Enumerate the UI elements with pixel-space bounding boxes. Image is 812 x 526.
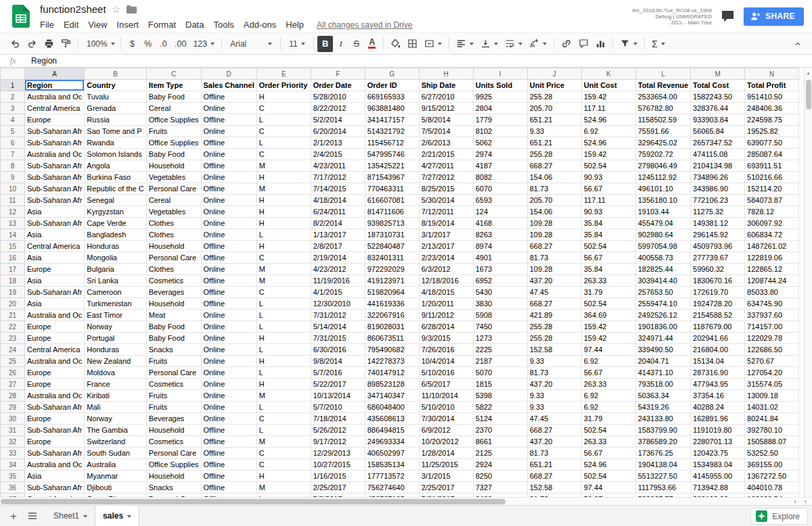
cell-D18[interactable]: Offline — [201, 275, 256, 287]
cell-J13[interactable]: 109.28 — [527, 218, 581, 229]
decrease-decimal-places-button[interactable]: .0 — [156, 36, 171, 52]
cell-G1[interactable]: Order ID — [365, 80, 419, 91]
cell-H36[interactable]: 2/25/2017 — [419, 482, 473, 494]
cell-J8[interactable]: 668.27 — [527, 160, 581, 172]
select-all-corner[interactable] — [1, 68, 25, 80]
cell-M30[interactable]: 162891.96 — [691, 413, 745, 425]
cell-H14[interactable]: 3/1/2017 — [419, 229, 473, 241]
cell-N4[interactable]: 224598.75 — [745, 114, 799, 126]
folder-icon[interactable] — [127, 5, 137, 14]
cell-N14[interactable]: 606834.72 — [745, 229, 799, 241]
cell-L19[interactable]: 257653.50 — [635, 287, 690, 298]
cell-E18[interactable]: M — [256, 275, 311, 287]
cell-N36[interactable]: 404010.78 — [745, 482, 799, 494]
cell-G5[interactable]: 514321792 — [365, 126, 419, 137]
cell-H3[interactable]: 9/15/2012 — [419, 103, 473, 114]
cell-C6[interactable]: Office Supplies — [146, 137, 201, 149]
cell-J5[interactable]: 9.33 — [527, 126, 581, 137]
cell-C7[interactable]: Baby Food — [146, 149, 201, 160]
row-header-31[interactable]: 31 — [1, 425, 25, 436]
cell-H30[interactable]: 7/30/2014 — [419, 413, 473, 425]
cell-K25[interactable]: 6.92 — [581, 356, 635, 367]
cell-D35[interactable]: Offline — [201, 471, 256, 482]
bold-button[interactable]: B — [317, 36, 333, 52]
cell-L32[interactable]: 3786589.20 — [635, 436, 690, 448]
cell-K28[interactable]: 6.92 — [581, 390, 635, 402]
cell-H15[interactable]: 2/13/2017 — [419, 241, 473, 252]
cell-C35[interactable]: Household — [146, 471, 201, 482]
cell-K18[interactable]: 263.33 — [581, 275, 635, 287]
cell-C11[interactable]: Cereal — [146, 195, 201, 206]
cell-L28[interactable]: 50363.34 — [635, 390, 690, 402]
cell-D14[interactable]: Online — [201, 229, 256, 241]
cell-M8[interactable]: 2104134.98 — [691, 160, 745, 172]
cell-B4[interactable]: Russia — [85, 114, 146, 126]
cell-N5[interactable]: 19525.82 — [745, 126, 799, 137]
cell-N33[interactable]: 53252.50 — [745, 448, 799, 459]
cell-J31[interactable]: 668.27 — [527, 425, 581, 436]
cell-B2[interactable]: Tuvalu — [85, 91, 146, 103]
cell-A30[interactable]: Europe — [25, 413, 85, 425]
cell-I12[interactable]: 124 — [473, 206, 527, 218]
cell-A20[interactable]: Asia — [25, 298, 85, 310]
cell-M19[interactable]: 172619.70 — [691, 287, 745, 298]
cell-F29[interactable]: 5/7/2010 — [311, 402, 365, 413]
filter-button[interactable] — [616, 36, 641, 52]
cell-N35[interactable]: 1367272.50 — [745, 471, 799, 482]
cell-M25[interactable]: 15134.04 — [691, 356, 745, 367]
column-header-E[interactable]: E — [256, 68, 311, 80]
cell-D17[interactable]: Online — [201, 264, 256, 275]
cell-D13[interactable]: Online — [201, 218, 256, 229]
cell-J26[interactable]: 81.73 — [527, 367, 581, 379]
cell-J34[interactable]: 651.21 — [527, 459, 581, 471]
cell-N22[interactable]: 714157.00 — [745, 321, 799, 333]
cell-E30[interactable]: C — [256, 413, 311, 425]
cell-B35[interactable]: Myanmar — [85, 471, 146, 482]
vertical-scrollbar[interactable]: ▲ — [804, 68, 812, 497]
cell-I35[interactable]: 8250 — [473, 471, 527, 482]
cell-N27[interactable]: 315574.05 — [745, 379, 799, 390]
cell-K23[interactable]: 159.42 — [581, 333, 635, 344]
row-header-29[interactable]: 29 — [1, 402, 25, 413]
cell-G19[interactable]: 519820964 — [365, 287, 419, 298]
cell-E29[interactable]: L — [256, 402, 311, 413]
cell-E26[interactable]: L — [256, 367, 311, 379]
cell-E28[interactable]: M — [256, 390, 311, 402]
cell-B33[interactable]: South Sudan — [85, 448, 146, 459]
tab-dropdown-caret[interactable] — [127, 515, 131, 518]
cell-H21[interactable]: 9/11/2012 — [419, 310, 473, 321]
cell-B23[interactable]: Portugal — [85, 333, 146, 344]
row-header-11[interactable]: 11 — [1, 195, 25, 206]
cell-D32[interactable]: Offline — [201, 436, 256, 448]
cell-M31[interactable]: 1191019.80 — [691, 425, 745, 436]
cell-N34[interactable]: 369155.00 — [745, 459, 799, 471]
cell-E9[interactable]: H — [256, 172, 311, 183]
cell-M23[interactable]: 202941.66 — [691, 333, 745, 344]
cell-F20[interactable]: 12/30/2010 — [311, 298, 365, 310]
row-header-18[interactable]: 18 — [1, 275, 25, 287]
cell-N30[interactable]: 80241.84 — [745, 413, 799, 425]
row-header-13[interactable]: 13 — [1, 218, 25, 229]
cell-H8[interactable]: 4/27/2011 — [419, 160, 473, 172]
cell-F28[interactable]: 10/13/2014 — [311, 390, 365, 402]
cell-B10[interactable]: Republic of the C — [85, 183, 146, 195]
cell-J27[interactable]: 437.20 — [527, 379, 581, 390]
cell-I4[interactable]: 1779 — [473, 114, 527, 126]
cell-A13[interactable]: Sub-Saharan Afr — [25, 218, 85, 229]
cell-M22[interactable]: 1187679.00 — [691, 321, 745, 333]
cell-L18[interactable]: 3039414.40 — [635, 275, 690, 287]
cell-K12[interactable]: 90.93 — [581, 206, 635, 218]
add-sheet-button[interactable]: + — [4, 510, 23, 522]
cell-G23[interactable]: 860673511 — [365, 333, 419, 344]
cell-N7[interactable]: 285087.64 — [745, 149, 799, 160]
cell-H9[interactable]: 7/27/2012 — [419, 172, 473, 183]
cell-E19[interactable]: C — [256, 287, 311, 298]
cell-B14[interactable]: Bangladesh — [85, 229, 146, 241]
cell-L20[interactable]: 2559474.10 — [635, 298, 690, 310]
cell-I32[interactable]: 8661 — [473, 436, 527, 448]
cell-M26[interactable]: 287316.90 — [691, 367, 745, 379]
cell-H31[interactable]: 6/9/2012 — [419, 425, 473, 436]
cell-B18[interactable]: Sri Lanka — [85, 275, 146, 287]
cell-E2[interactable]: H — [256, 91, 311, 103]
cell-M3[interactable]: 328376.44 — [691, 103, 745, 114]
